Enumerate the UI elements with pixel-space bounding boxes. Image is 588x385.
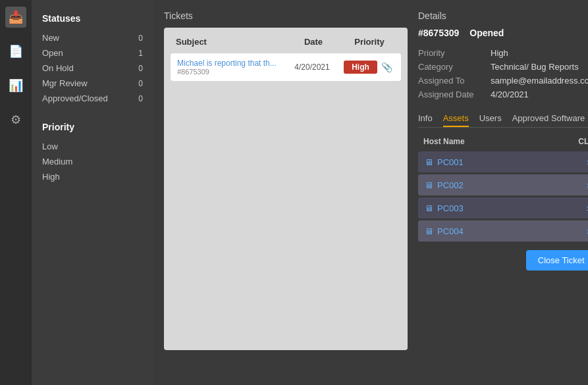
ticket-subject-text: Michael is reporting that th... bbox=[177, 59, 282, 68]
asset-row-pc001[interactable]: 🖥 PC001 › bbox=[418, 151, 588, 172]
status-onhold-label: On Hold bbox=[42, 63, 74, 73]
computer-icon-pc004: 🖥 bbox=[425, 226, 433, 236]
tab-info[interactable]: Info bbox=[418, 111, 433, 127]
asset-row-pc002[interactable]: 🖥 PC002 › bbox=[418, 174, 588, 195]
detail-value-priority: High bbox=[491, 48, 508, 58]
asset-label-pc004: PC004 bbox=[437, 226, 464, 236]
detail-label-priority: Priority bbox=[418, 48, 491, 58]
priority-high[interactable]: High bbox=[42, 169, 143, 184]
tab-users[interactable]: Users bbox=[479, 111, 502, 127]
document-icon[interactable]: 📄 bbox=[5, 41, 26, 62]
asset-row-pc003[interactable]: 🖥 PC003 › bbox=[418, 197, 588, 218]
detail-status: Opened bbox=[469, 28, 504, 38]
status-mgr-review-count: 0 bbox=[138, 79, 143, 88]
th-host-name: Host Name bbox=[423, 137, 465, 146]
details-info: Priority High Category Technical/ Bug Re… bbox=[418, 46, 588, 101]
detail-value-assigned-date: 4/20/2021 bbox=[491, 90, 529, 99]
tickets-container: Subject Date Priority Michael is reporti… bbox=[164, 28, 408, 350]
tab-approved-software[interactable]: Approved Software bbox=[512, 111, 585, 127]
assets-table-header: Host Name CLI bbox=[418, 134, 588, 149]
asset-label-pc002: PC002 bbox=[437, 180, 464, 190]
priority-section: Priority Low Medium High bbox=[42, 122, 143, 184]
status-open-count: 1 bbox=[138, 49, 143, 58]
main-content: Tickets Subject Date Priority Michael is… bbox=[153, 0, 588, 385]
computer-icon-pc002: 🖥 bbox=[425, 180, 433, 190]
status-new-label: New bbox=[42, 33, 59, 43]
priority-low[interactable]: Low bbox=[42, 139, 143, 154]
ticket-priority-col: High 📎 bbox=[342, 61, 394, 74]
asset-name-pc001: 🖥 PC001 bbox=[425, 157, 464, 167]
ticket-id: #8675309 bbox=[177, 68, 282, 76]
assets-table: Host Name CLI 🖥 PC001 › 🖥 PC002 › 🖥 bbox=[418, 134, 588, 242]
status-onhold[interactable]: On Hold 0 bbox=[42, 61, 143, 76]
paperclip-icon: 📎 bbox=[381, 62, 392, 72]
tickets-panel: Tickets Subject Date Priority Michael is… bbox=[164, 11, 408, 374]
details-header: #8675309 Opened bbox=[418, 28, 588, 38]
sidebar-icons: 📥 📄 📊 ⚙ bbox=[0, 0, 32, 385]
asset-name-pc003: 🖥 PC003 bbox=[425, 203, 464, 213]
details-panel: Details #8675309 Opened Priority High Ca… bbox=[418, 11, 588, 374]
detail-tabs: Info Assets Users Approved Software bbox=[418, 111, 588, 128]
chart-icon[interactable]: 📊 bbox=[5, 75, 26, 96]
asset-name-pc002: 🖥 PC002 bbox=[425, 180, 464, 190]
asset-label-pc003: PC003 bbox=[437, 203, 464, 213]
status-new-count: 0 bbox=[138, 34, 143, 43]
priority-title: Priority bbox=[42, 122, 143, 132]
detail-ticket-id: #8675309 bbox=[418, 28, 459, 38]
detail-row-category: Category Technical/ Bug Reports bbox=[418, 60, 588, 74]
detail-value-category: Technical/ Bug Reports bbox=[491, 62, 579, 72]
status-open[interactable]: Open 1 bbox=[42, 45, 143, 61]
detail-row-assigned-to: Assigned To sample@emailaddress.com bbox=[418, 74, 588, 88]
ticket-date: 4/20/2021 bbox=[282, 63, 342, 72]
status-onhold-count: 0 bbox=[138, 64, 143, 73]
left-panel: Statuses New 0 Open 1 On Hold 0 Mgr Revi… bbox=[32, 0, 153, 385]
status-approved-closed-count: 0 bbox=[138, 94, 143, 103]
status-approved-closed-label: Approved/Closed bbox=[42, 93, 108, 103]
table-row[interactable]: Michael is reporting that th... #8675309… bbox=[171, 53, 401, 81]
priority-medium[interactable]: Medium bbox=[42, 154, 143, 169]
detail-label-assigned-to: Assigned To bbox=[418, 76, 491, 86]
inbox-icon[interactable]: 📥 bbox=[5, 7, 26, 28]
detail-value-assigned-to: sample@emailaddress.com bbox=[491, 76, 588, 86]
ticket-table-header: Subject Date Priority bbox=[171, 34, 401, 49]
detail-label-assigned-date: Assigned Date bbox=[418, 90, 491, 99]
detail-row-assigned-date: Assigned Date 4/20/2021 bbox=[418, 88, 588, 101]
tickets-panel-title: Tickets bbox=[164, 11, 408, 21]
th-subject: Subject bbox=[176, 37, 284, 47]
status-open-label: Open bbox=[42, 48, 63, 58]
details-panel-title: Details bbox=[418, 11, 588, 21]
status-mgr-review[interactable]: Mgr Review 0 bbox=[42, 76, 143, 91]
settings-icon[interactable]: ⚙ bbox=[5, 109, 26, 130]
status-approved-closed[interactable]: Approved/Closed 0 bbox=[42, 91, 143, 106]
th-cli: CLI bbox=[578, 137, 588, 146]
computer-icon-pc001: 🖥 bbox=[425, 157, 433, 167]
status-mgr-review-label: Mgr Review bbox=[42, 78, 88, 88]
computer-icon-pc003: 🖥 bbox=[425, 203, 433, 213]
detail-row-priority: Priority High bbox=[418, 46, 588, 60]
asset-label-pc001: PC001 bbox=[437, 157, 464, 167]
detail-label-category: Category bbox=[418, 62, 491, 72]
ticket-subject-col: Michael is reporting that th... #8675309 bbox=[177, 59, 282, 76]
asset-row-pc004[interactable]: 🖥 PC004 › bbox=[418, 220, 588, 242]
priority-badge-high: High bbox=[344, 61, 377, 74]
th-date: Date bbox=[284, 37, 343, 47]
asset-name-pc004: 🖥 PC004 bbox=[425, 226, 464, 236]
th-priority: Priority bbox=[343, 37, 396, 47]
statuses-title: Statuses bbox=[42, 13, 143, 24]
tab-assets[interactable]: Assets bbox=[443, 111, 469, 127]
statuses-list: New 0 Open 1 On Hold 0 Mgr Review 0 Appr… bbox=[42, 30, 143, 106]
status-new[interactable]: New 0 bbox=[42, 30, 143, 45]
close-ticket-button[interactable]: Close Ticket bbox=[526, 250, 588, 270]
